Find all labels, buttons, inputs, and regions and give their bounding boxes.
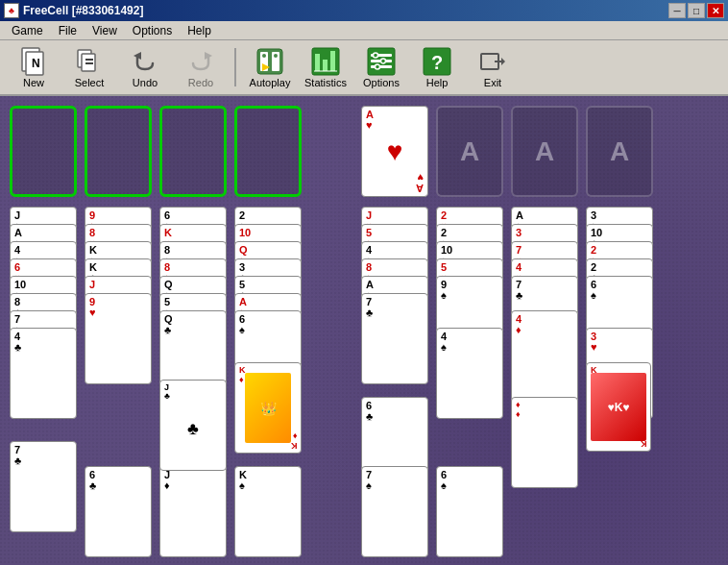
col5-card8[interactable]: 7♠ [361, 466, 428, 557]
close-button[interactable]: ✕ [707, 3, 724, 18]
svg-point-13 [274, 54, 278, 58]
svg-text:N: N [32, 57, 40, 70]
col8-card7[interactable]: K♥ K♥ ♥K♥ [586, 362, 651, 452]
select-button[interactable]: Select [63, 43, 115, 91]
col3-card8[interactable]: J♣ ♣ [159, 380, 227, 471]
help-label: Help [426, 77, 449, 88]
col6-card7[interactable]: 6♠ [436, 466, 503, 557]
svg-rect-16 [323, 60, 328, 71]
svg-point-25 [376, 64, 380, 69]
foundation-4[interactable]: A [586, 106, 653, 197]
col6-card6[interactable]: 4♠ [436, 328, 503, 419]
titlebar-buttons: ─ □ ✕ [668, 3, 724, 18]
select-icon [74, 46, 105, 77]
col1-card9[interactable]: 7♣ [10, 441, 77, 532]
freecell-3[interactable] [159, 106, 227, 197]
svg-rect-22 [371, 65, 392, 68]
undo-icon [130, 46, 160, 77]
col7-card7[interactable]: ♦♦ [511, 397, 578, 488]
undo-button[interactable]: Undo [119, 43, 171, 91]
freecell-4[interactable] [234, 106, 302, 197]
menu-game[interactable]: Game [4, 22, 51, 39]
toolbar-separator-1 [234, 48, 236, 86]
new-button[interactable]: N New [8, 43, 60, 91]
options-icon [366, 46, 397, 77]
app-icon: ♣ [4, 3, 19, 18]
col2-card6[interactable]: 9♥ [85, 293, 152, 384]
statistics-button[interactable]: Statistics [300, 43, 352, 91]
redo-icon [185, 46, 216, 77]
foundation-1-suit: ♥ [387, 136, 403, 167]
help-button[interactable]: ? Help [411, 43, 463, 91]
select-label: Select [75, 77, 105, 88]
col3-card9[interactable]: J♦ [159, 466, 227, 557]
new-icon: N [18, 46, 49, 77]
minimize-button[interactable]: ─ [668, 3, 686, 18]
help-icon: ? [422, 46, 452, 77]
autoplay-label: Autoplay [250, 77, 291, 88]
freecell-1[interactable] [10, 106, 77, 197]
statistics-label: Statistics [304, 77, 347, 88]
col4-card8[interactable]: K♦ K♦ 👑 [234, 362, 302, 454]
foundation-2[interactable]: A [436, 106, 503, 197]
svg-point-12 [262, 54, 266, 58]
svg-rect-17 [330, 51, 335, 71]
svg-point-23 [374, 53, 378, 58]
exit-label: Exit [484, 77, 501, 88]
autoplay-button[interactable]: Autoplay [244, 43, 296, 91]
window-title: FreeCell [#833061492] [23, 4, 143, 17]
exit-icon [477, 46, 508, 77]
redo-button[interactable]: Redo [175, 43, 227, 91]
redo-label: Redo [188, 77, 213, 88]
menubar: Game File View Options Help [0, 21, 728, 40]
options-label: Options [363, 77, 400, 88]
menu-file[interactable]: File [51, 22, 85, 39]
col2-card7[interactable]: 6♣ [85, 466, 152, 557]
foundation-1-rank-br: A♥ [416, 172, 424, 193]
autoplay-icon [255, 46, 285, 77]
col5-card6[interactable]: 7♣ [361, 293, 428, 384]
foundation-1[interactable]: A♥ ♥ A♥ [361, 106, 428, 197]
svg-rect-15 [315, 54, 320, 71]
menu-view[interactable]: View [85, 22, 125, 39]
maximize-button[interactable]: □ [688, 3, 705, 18]
menu-options[interactable]: Options [125, 22, 180, 39]
options-button[interactable]: Options [355, 43, 407, 91]
game-area: A♥ ♥ A♥ A A A J♠ A♠ 4♠ 6♥ 10♠ 8♣ [0, 96, 728, 565]
new-label: New [23, 77, 44, 88]
svg-point-24 [381, 59, 386, 63]
statistics-icon [310, 46, 341, 77]
exit-button[interactable]: Exit [467, 43, 519, 91]
undo-label: Undo [133, 77, 158, 88]
toolbar: N New Select Undo [0, 40, 728, 96]
col1-card8[interactable]: 4♣ [10, 328, 77, 419]
titlebar: ♣ FreeCell [#833061492] ─ □ ✕ [0, 0, 728, 21]
svg-rect-4 [82, 54, 95, 71]
menu-help[interactable]: Help [180, 22, 219, 39]
freecell-2[interactable] [85, 106, 152, 197]
svg-text:?: ? [431, 52, 443, 73]
foundation-1-rank: A♥ [366, 110, 374, 131]
svg-marker-30 [501, 58, 505, 65]
foundation-3[interactable]: A [511, 106, 578, 197]
col7-card6[interactable]: 4♦ [511, 310, 578, 402]
titlebar-left: ♣ FreeCell [#833061492] [4, 3, 143, 18]
col4-card9[interactable]: K♠ [234, 466, 302, 557]
